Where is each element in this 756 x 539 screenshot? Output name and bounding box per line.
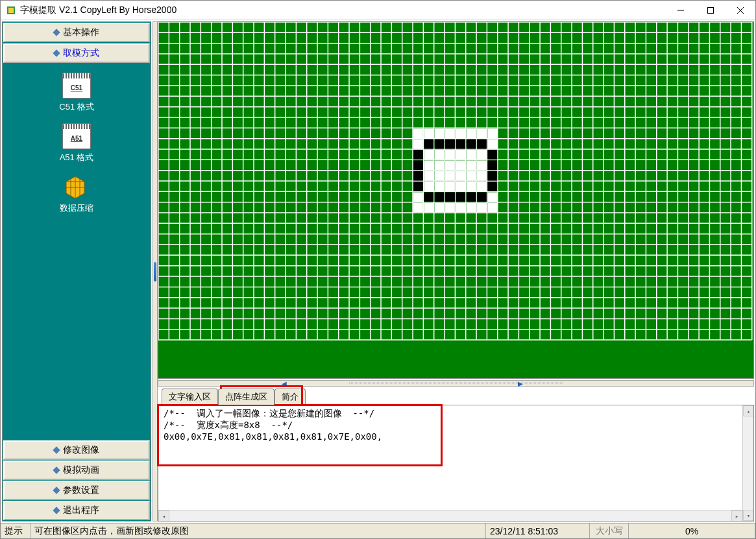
svg-rect-113 — [456, 139, 465, 149]
svg-rect-112 — [445, 139, 455, 149]
svg-rect-157 — [413, 203, 423, 213]
minimize-button[interactable] — [666, 1, 696, 20]
svg-rect-161 — [456, 203, 465, 213]
svg-rect-151 — [435, 192, 445, 202]
svg-rect-163 — [477, 203, 487, 213]
svg-rect-133 — [413, 171, 423, 181]
notepad-icon: A51 — [62, 123, 91, 149]
svg-rect-149 — [413, 192, 423, 202]
svg-rect-106 — [467, 128, 476, 138]
svg-rect-111 — [435, 139, 445, 149]
svg-rect-123 — [477, 150, 487, 160]
scroll-right-icon[interactable]: ▸ — [731, 510, 742, 521]
vertical-splitter[interactable] — [152, 21, 158, 521]
svg-rect-108 — [487, 128, 497, 138]
diamond-icon — [53, 49, 60, 56]
svg-rect-118 — [424, 150, 433, 160]
btn-exit[interactable]: 退出程序 — [3, 501, 150, 520]
sidebar: 基本操作 取模方式 C51 C51 格式 A51 A51 格式 数据压缩 — [2, 21, 151, 521]
sidebar-tab-label: 基本操作 — [63, 27, 99, 38]
svg-rect-3 — [708, 7, 714, 13]
diamond-icon — [53, 29, 60, 36]
output-textarea[interactable]: /*-- 调入了一幅图像：这是您新建的图像 --*/ /*-- 宽度x高度=8x… — [158, 405, 753, 521]
btn-label: 参数设置 — [63, 485, 99, 496]
diamond-icon — [53, 507, 60, 514]
svg-rect-110 — [424, 139, 433, 149]
tool-c51[interactable]: C51 C51 格式 — [59, 73, 93, 113]
sidebar-tab-basic[interactable]: 基本操作 — [3, 23, 150, 42]
svg-rect-136 — [445, 171, 455, 181]
svg-rect-159 — [435, 203, 445, 213]
close-button[interactable] — [726, 1, 755, 20]
horizontal-splitter[interactable]: ◀ ▶ — [158, 380, 754, 387]
svg-rect-156 — [487, 192, 497, 202]
svg-rect-121 — [456, 150, 465, 160]
sidebar-tab-label: 取模方式 — [63, 47, 99, 59]
btn-simulate[interactable]: 模拟动画 — [3, 461, 150, 480]
tool-label: A51 格式 — [60, 152, 94, 163]
svg-rect-162 — [467, 203, 476, 213]
pixel-grid-panel[interactable] — [158, 21, 754, 379]
tab-about[interactable]: 简介 — [274, 389, 306, 405]
svg-rect-152 — [445, 192, 455, 202]
window-controls — [666, 1, 755, 20]
btn-label: 退出程序 — [63, 505, 99, 516]
svg-rect-150 — [424, 192, 433, 202]
svg-rect-114 — [467, 139, 476, 149]
status-hint-text: 可在图像区内点击，画新图或修改原图 — [30, 523, 486, 538]
svg-rect-132 — [487, 160, 497, 170]
btn-params[interactable]: 参数设置 — [3, 481, 150, 500]
output-tabs: 文字输入区 点阵生成区 简介 — [162, 388, 754, 405]
tabs-container: 文字输入区 点阵生成区 简介 — [158, 388, 754, 405]
svg-rect-127 — [435, 160, 445, 170]
horizontal-scrollbar[interactable]: ◂▸ — [158, 510, 742, 521]
svg-rect-126 — [424, 160, 433, 170]
svg-rect-130 — [467, 160, 476, 170]
tool-a51[interactable]: A51 A51 格式 — [60, 123, 94, 163]
tool-label: 数据压缩 — [60, 202, 93, 214]
svg-rect-141 — [413, 182, 423, 191]
svg-rect-146 — [467, 182, 476, 191]
tool-compress[interactable]: 数据压缩 — [60, 174, 93, 214]
svg-rect-142 — [424, 182, 433, 191]
svg-rect-147 — [477, 182, 487, 191]
svg-rect-138 — [467, 171, 476, 181]
btn-label: 模拟动画 — [63, 464, 99, 476]
scroll-down-icon[interactable]: ▾ — [743, 510, 753, 521]
splitter-dots — [349, 383, 563, 384]
diamond-icon — [53, 486, 60, 494]
svg-rect-101 — [413, 128, 423, 138]
status-percent: 0% — [629, 523, 755, 538]
tool-label: C51 格式 — [59, 101, 93, 113]
svg-rect-1 — [8, 8, 14, 13]
svg-rect-105 — [456, 128, 465, 138]
sidebar-bottom: 修改图像 模拟动画 参数设置 退出程序 — [3, 440, 151, 521]
svg-rect-120 — [445, 150, 455, 160]
cube-icon — [62, 174, 91, 200]
maximize-button[interactable] — [696, 1, 726, 20]
scroll-left-icon[interactable]: ◂ — [158, 510, 169, 521]
svg-rect-139 — [477, 171, 487, 181]
sidebar-content: C51 C51 格式 A51 A51 格式 数据压缩 — [3, 64, 151, 440]
pixel-grid[interactable] — [158, 22, 753, 360]
notepad-icon: C51 — [62, 73, 91, 99]
sidebar-tab-mode[interactable]: 取模方式 — [3, 43, 150, 63]
btn-edit-image[interactable]: 修改图像 — [3, 440, 150, 460]
tab-text-input[interactable]: 文字输入区 — [162, 389, 218, 405]
svg-rect-154 — [467, 192, 476, 202]
main-area: ◀ ▶ 文字输入区 点阵生成区 简介 /*-- 调入了一幅图像：这是您新建的图像… — [158, 21, 754, 521]
diamond-icon — [53, 466, 60, 473]
tab-dot-matrix[interactable]: 点阵生成区 — [218, 389, 274, 405]
svg-rect-129 — [456, 160, 465, 170]
svg-rect-155 — [477, 192, 487, 202]
app-icon — [6, 5, 16, 16]
svg-rect-104 — [445, 128, 455, 138]
svg-rect-144 — [445, 182, 455, 191]
statusbar: 提示 可在图像区内点击，画新图或修改原图 23/12/11 8:51:03 大小… — [1, 523, 755, 538]
svg-rect-103 — [435, 128, 445, 138]
svg-rect-124 — [487, 150, 497, 160]
svg-rect-119 — [435, 150, 445, 160]
scroll-up-icon[interactable]: ▴ — [743, 405, 753, 416]
vertical-scrollbar[interactable]: ▴▾ — [742, 405, 753, 521]
svg-rect-122 — [467, 150, 476, 160]
